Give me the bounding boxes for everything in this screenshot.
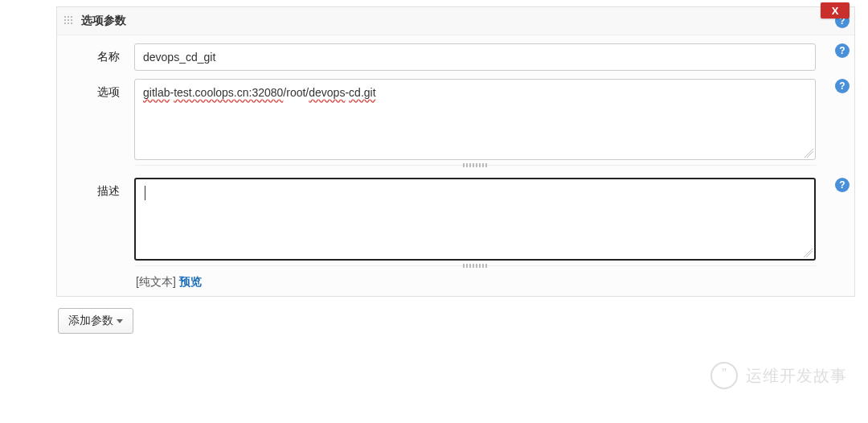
resize-handle-icon[interactable] — [803, 248, 813, 257]
row-description: 描述 ? — [57, 170, 854, 261]
format-line: [纯文本] 预览 — [57, 270, 854, 290]
choice-parameter-panel: 选项参数 ? X 名称 ? 选项 gitlab-test.coolops.cn:… — [56, 6, 855, 297]
chevron-down-icon — [117, 319, 123, 323]
add-parameter-button[interactable]: 添加参数 — [58, 308, 133, 334]
text-cursor-icon — [145, 186, 145, 200]
panel-title: 选项参数 — [81, 14, 845, 28]
options-textarea-wrap: gitlab-test.coolops.cn:32080/root/devops… — [134, 79, 816, 160]
panel-header: 选项参数 ? X — [57, 7, 854, 35]
row-options: 选项 gitlab-test.coolops.cn:32080/root/dev… — [57, 71, 854, 160]
add-parameter-label: 添加参数 — [68, 314, 113, 328]
name-input[interactable] — [134, 43, 816, 71]
format-plain-text: [纯文本] — [136, 275, 176, 288]
label-description: 描述 — [70, 178, 134, 199]
options-textarea[interactable] — [135, 80, 815, 157]
description-textarea[interactable] — [136, 179, 814, 257]
help-icon[interactable]: ? — [835, 178, 850, 192]
label-options: 选项 — [70, 79, 134, 100]
preview-link[interactable]: 预览 — [179, 275, 202, 288]
help-icon[interactable]: ? — [835, 43, 850, 58]
description-textarea-wrap — [134, 178, 816, 261]
resize-handle-icon[interactable] — [804, 148, 813, 158]
watermark: ” 运维开发故事 — [710, 362, 847, 389]
drag-handle-icon[interactable] — [63, 15, 75, 27]
help-icon[interactable]: ? — [835, 79, 850, 93]
row-divider — [136, 265, 816, 270]
add-parameter-wrap: 添加参数 — [58, 308, 868, 334]
watermark-logo-icon: ” — [710, 362, 738, 389]
close-button[interactable]: X — [821, 2, 850, 18]
watermark-text: 运维开发故事 — [746, 365, 847, 387]
row-name: 名称 ? — [57, 35, 854, 71]
watermark-glyph: ” — [722, 367, 727, 381]
label-name: 名称 — [70, 43, 134, 64]
